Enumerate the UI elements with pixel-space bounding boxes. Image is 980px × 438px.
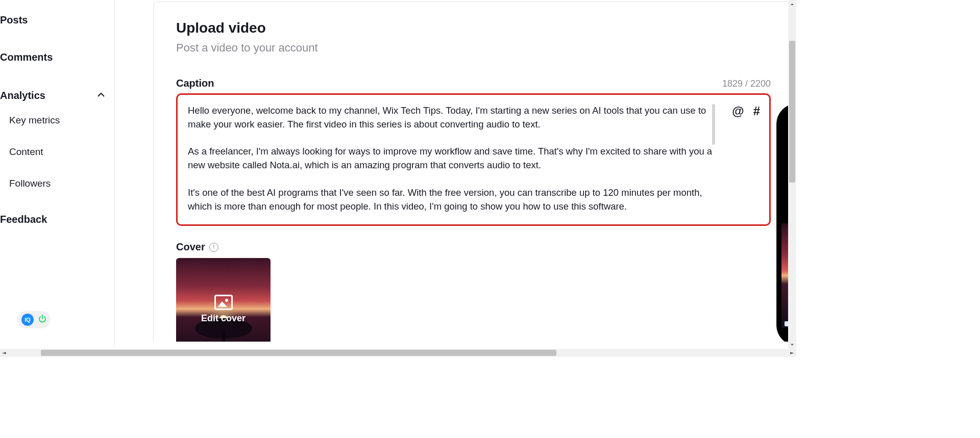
edit-cover-label: Edit cover: [201, 313, 246, 324]
chevron-up-icon: [97, 90, 114, 101]
cover-label: Cover: [176, 241, 205, 253]
sidebar-sub-label: Key metrics: [9, 115, 60, 125]
vertical-scrollbar[interactable]: ▲ ▼: [788, 0, 796, 349]
vertical-scroll-thumb[interactable]: [789, 41, 795, 183]
extension-toggle-pill[interactable]: IQ: [17, 311, 51, 328]
cover-thumbnail[interactable]: Edit cover: [176, 258, 271, 342]
iq-badge-icon: IQ: [21, 314, 34, 326]
caption-label: Caption: [176, 78, 214, 89]
sidebar-sub-followers[interactable]: Followers: [0, 168, 114, 199]
caption-char-count: 1829 / 2200: [722, 79, 771, 89]
sidebar-item-analytics[interactable]: Analytics: [0, 87, 114, 105]
sidebar: Posts Comments Analytics Key metrics Con…: [0, 0, 115, 347]
sidebar-item-label: Comments: [0, 51, 53, 63]
power-icon: [38, 315, 46, 325]
main-area: Upload video Post a video to your accoun…: [153, 0, 796, 342]
scroll-left-button[interactable]: ◀: [0, 350, 8, 355]
sidebar-item-label: Analytics: [0, 90, 45, 101]
sidebar-item-posts[interactable]: Posts: [0, 11, 114, 29]
sidebar-sub-key-metrics[interactable]: Key metrics: [0, 105, 114, 136]
sidebar-sub-label: Followers: [9, 178, 51, 189]
page-title: Upload video: [176, 20, 771, 36]
mention-button[interactable]: @: [732, 104, 744, 118]
scroll-right-button[interactable]: ▶: [788, 350, 796, 355]
sidebar-sub-content[interactable]: Content: [0, 136, 114, 168]
info-icon[interactable]: !: [209, 243, 218, 252]
page-subtitle: Post a video to your account: [176, 41, 771, 55]
sidebar-item-feedback[interactable]: Feedback: [0, 211, 114, 228]
scroll-up-button[interactable]: ▲: [788, 2, 796, 7]
caption-text[interactable]: Hello everyone, welcome back to my chann…: [188, 104, 719, 214]
sidebar-item-comments[interactable]: Comments: [0, 48, 114, 66]
sidebar-item-label: Feedback: [0, 214, 47, 225]
upload-card: Upload video Post a video to your accoun…: [153, 2, 794, 342]
horizontal-scrollbar[interactable]: ◀ ▶: [0, 349, 796, 357]
image-icon: [214, 295, 233, 310]
iq-badge-label: IQ: [24, 317, 31, 323]
caption-scrollbar[interactable]: [712, 104, 715, 145]
sidebar-sub-label: Content: [9, 146, 43, 157]
scroll-down-button[interactable]: ▼: [788, 342, 796, 347]
horizontal-scroll-thumb[interactable]: [41, 350, 556, 356]
hashtag-button[interactable]: #: [753, 104, 760, 118]
caption-textarea[interactable]: Hello everyone, welcome back to my chann…: [176, 93, 771, 226]
sidebar-item-label: Posts: [0, 14, 28, 26]
